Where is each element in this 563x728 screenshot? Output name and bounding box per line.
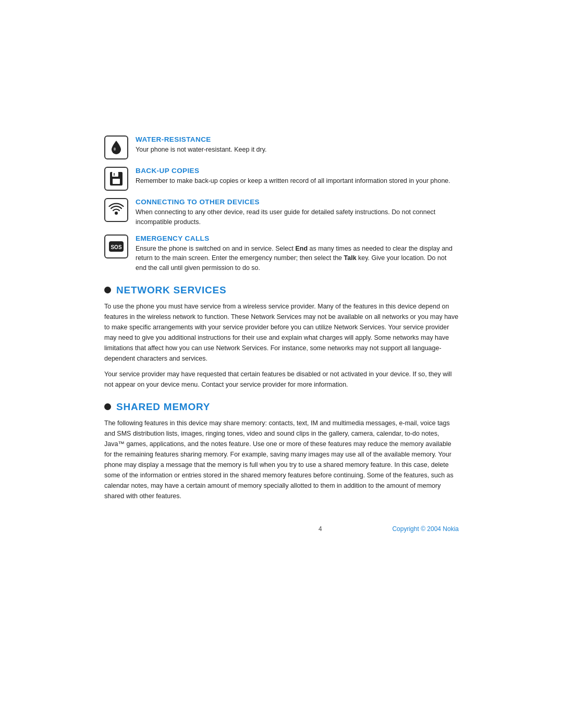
backup-icon: [108, 170, 125, 187]
water-resistance-icon-box: [104, 135, 128, 159]
water-resistance-content: WATER-RESISTANCE Your phone is not water…: [136, 135, 267, 155]
emergency-calls-body: Ensure the phone is switched on and in s…: [136, 244, 459, 273]
network-services-para2: Your service provider may have requested…: [104, 369, 459, 390]
copyright-text: Copyright © 2004 Nokia: [392, 525, 459, 533]
water-drop-icon: [108, 139, 125, 156]
sos-icon: SOS: [108, 238, 125, 255]
end-bold: End: [295, 245, 308, 252]
svg-point-5: [115, 212, 118, 215]
connecting-content: CONNECTING TO OTHER DEVICES When connect…: [136, 198, 459, 227]
emergency-calls-title: EMERGENCY CALLS: [136, 235, 459, 242]
svg-text:SOS: SOS: [111, 244, 121, 250]
backup-copies-section: BACK-UP COPIES Remember to make back-up …: [104, 167, 459, 191]
connecting-icon: [108, 202, 125, 218]
connecting-title: CONNECTING TO OTHER DEVICES: [136, 198, 459, 206]
shared-memory-body: The following features in this device ma…: [104, 418, 459, 501]
backup-copies-content: BACK-UP COPIES Remember to make back-up …: [136, 167, 450, 186]
water-resistance-section: WATER-RESISTANCE Your phone is not water…: [104, 135, 459, 159]
svg-point-0: [114, 147, 116, 151]
backup-copies-body: Remember to make back-up copies or keep …: [136, 176, 450, 186]
page-content: WATER-RESISTANCE Your phone is not water…: [104, 0, 459, 728]
shared-memory-bullet: [104, 403, 111, 410]
network-services-heading: NETWORK SERVICES: [104, 285, 459, 296]
backup-copies-icon-box: [104, 167, 128, 191]
talk-bold: Talk: [344, 254, 357, 262]
network-services-bullet: [104, 287, 111, 293]
shared-memory-title: SHARED MEMORY: [116, 401, 210, 413]
svg-rect-4: [114, 173, 115, 176]
connecting-icon-box: [104, 198, 128, 222]
connecting-body: When connecting to any other device, rea…: [136, 207, 459, 227]
page-number: 4: [248, 525, 392, 533]
emergency-calls-content: EMERGENCY CALLS Ensure the phone is swit…: [136, 235, 459, 273]
network-services-title: NETWORK SERVICES: [116, 285, 226, 296]
footer: 4 Copyright © 2004 Nokia: [104, 522, 459, 533]
water-resistance-body: Your phone is not water-resistant. Keep …: [136, 145, 267, 155]
network-services-para1: To use the phone you must have service f…: [104, 301, 459, 364]
emergency-calls-section: SOS EMERGENCY CALLS Ensure the phone is …: [104, 235, 459, 273]
water-resistance-title: WATER-RESISTANCE: [136, 135, 267, 143]
emergency-calls-icon-box: SOS: [104, 235, 128, 258]
connecting-section: CONNECTING TO OTHER DEVICES When connect…: [104, 198, 459, 227]
svg-rect-2: [112, 172, 118, 177]
shared-memory-heading: SHARED MEMORY: [104, 401, 459, 413]
backup-copies-title: BACK-UP COPIES: [136, 167, 450, 175]
svg-rect-3: [113, 179, 120, 184]
